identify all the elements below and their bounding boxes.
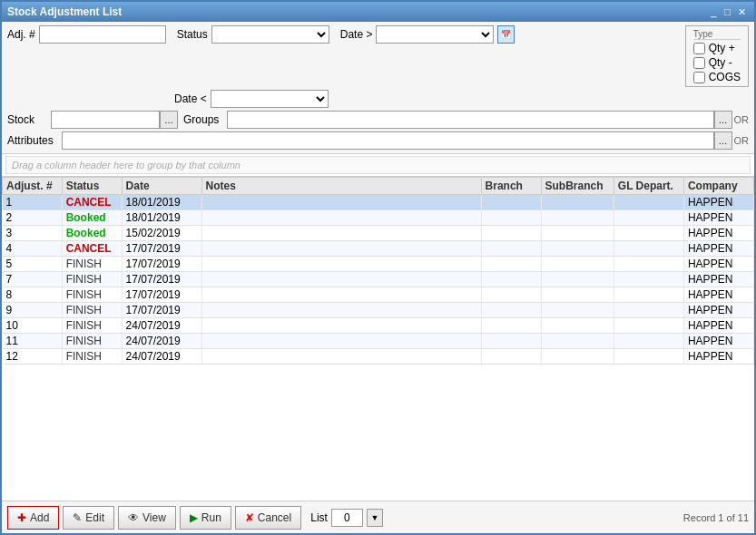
table-row[interactable]: 2 Booked 18/01/2019 HAPPEN (3, 210, 754, 226)
cell-company: HAPPEN (683, 195, 753, 210)
cogs-checkbox[interactable] (693, 72, 705, 83)
cell-branch (481, 241, 541, 257)
attributes-input[interactable] (62, 131, 714, 150)
adj-input[interactable] (39, 25, 166, 44)
cell-id: 4 (3, 241, 63, 257)
cell-notes (201, 349, 481, 365)
table-row[interactable]: 9 FINISH 17/07/2019 HAPPEN (3, 303, 754, 318)
groups-input[interactable] (227, 111, 714, 129)
cell-company: HAPPEN (683, 287, 753, 303)
view-label: View (142, 511, 166, 524)
close-button[interactable]: ✕ (735, 5, 749, 19)
cell-notes (201, 241, 481, 257)
cell-subbranch (541, 349, 614, 365)
date-gt-select[interactable] (376, 25, 494, 44)
cell-branch (481, 272, 541, 287)
table-row[interactable]: 8 FINISH 17/07/2019 HAPPEN (3, 287, 754, 303)
cell-company: HAPPEN (683, 210, 753, 226)
cell-notes (201, 287, 481, 303)
groups-browse-button[interactable]: … (714, 111, 732, 129)
filter-row-1: Adj. # Status Date > 📅 Type (7, 25, 749, 87)
col-status[interactable]: Status (62, 178, 122, 195)
table-row[interactable]: 1 CANCEL 18/01/2019 HAPPEN (3, 195, 754, 210)
cell-subbranch (541, 272, 614, 287)
col-notes[interactable]: Notes (201, 178, 481, 195)
minimize-button[interactable]: ⎯ (708, 5, 720, 19)
table-row[interactable]: 10 FINISH 24/07/2019 HAPPEN (3, 318, 754, 334)
cell-status: CANCEL (62, 241, 122, 257)
status-filter: Status (177, 25, 329, 44)
table-row[interactable]: 4 CANCEL 17/07/2019 HAPPEN (3, 241, 754, 257)
col-adj[interactable]: Adjust. # (3, 178, 63, 195)
attributes-browse-button[interactable]: … (714, 131, 732, 150)
table-row[interactable]: 3 Booked 15/02/2019 HAPPEN (3, 226, 754, 241)
cell-status: Booked (62, 226, 122, 241)
table-container[interactable]: Adjust. # Status Date Notes Branch SubBr… (2, 176, 754, 501)
table-row[interactable]: 11 FINISH 24/07/2019 HAPPEN (3, 334, 754, 349)
maximize-button[interactable]: □ (722, 5, 733, 19)
attributes-input-group: … OR (62, 131, 749, 150)
col-company[interactable]: Company (683, 178, 753, 195)
status-select[interactable] (211, 25, 329, 44)
cell-notes (201, 195, 481, 210)
cell-company: HAPPEN (683, 303, 753, 318)
table-row[interactable]: 7 FINISH 17/07/2019 HAPPEN (3, 272, 754, 287)
cell-gl-depart (614, 287, 683, 303)
col-date[interactable]: Date (122, 178, 201, 195)
view-button[interactable]: 👁 View (118, 506, 176, 530)
date-gt-label: Date > (340, 28, 373, 41)
cell-status: FINISH (62, 272, 122, 287)
add-icon: ✚ (17, 511, 26, 524)
add-button[interactable]: ✚ Add (7, 506, 59, 530)
col-branch[interactable]: Branch (481, 178, 541, 195)
list-label: List (310, 511, 328, 524)
cell-id: 11 (3, 334, 63, 349)
cell-date: 18/01/2019 (122, 195, 201, 210)
table-row[interactable]: 5 FINISH 17/07/2019 HAPPEN (3, 257, 754, 272)
cell-company: HAPPEN (683, 257, 753, 272)
cancel-button[interactable]: ✘ Cancel (235, 506, 301, 530)
run-button[interactable]: ▶ Run (180, 506, 231, 530)
edit-button[interactable]: ✎ Edit (63, 506, 114, 530)
cell-id: 5 (3, 257, 63, 272)
view-icon: 👁 (128, 511, 139, 524)
stock-browse-button[interactable]: … (160, 111, 178, 129)
date-lt-label: Date < (174, 92, 207, 105)
cell-subbranch (541, 195, 614, 210)
groups-or-label: OR (734, 114, 750, 125)
cell-subbranch (541, 287, 614, 303)
stock-input[interactable] (51, 111, 160, 129)
attributes-label: Attributes (7, 134, 56, 147)
cell-gl-depart (614, 226, 683, 241)
qty-minus-checkbox[interactable] (693, 57, 705, 69)
qty-plus-checkbox[interactable] (693, 43, 705, 54)
cell-branch (481, 349, 541, 365)
edit-label: Edit (85, 511, 104, 524)
calendar-button[interactable]: 📅 (497, 25, 515, 44)
run-icon: ▶ (190, 511, 198, 524)
cell-subbranch (541, 226, 614, 241)
window-title: Stock Adjustment List (7, 5, 122, 18)
list-input[interactable] (331, 509, 363, 527)
cell-date: 24/07/2019 (122, 349, 201, 365)
cancel-icon: ✘ (245, 511, 254, 524)
cell-notes (201, 257, 481, 272)
filter-row-2: Date < (174, 90, 749, 108)
stock-label: Stock (7, 113, 45, 126)
cell-gl-depart (614, 195, 683, 210)
cell-date: 15/02/2019 (122, 226, 201, 241)
col-gl-depart[interactable]: GL Depart. (614, 178, 683, 195)
date-lt-select[interactable] (211, 90, 329, 108)
cell-company: HAPPEN (683, 318, 753, 334)
cell-status: CANCEL (62, 195, 122, 210)
cell-gl-depart (614, 257, 683, 272)
cell-gl-depart (614, 303, 683, 318)
cancel-label: Cancel (258, 511, 291, 524)
cogs-row: COGS (693, 71, 741, 83)
cell-branch (481, 303, 541, 318)
title-bar: Stock Adjustment List ⎯ □ ✕ (2, 2, 754, 22)
col-subbranch[interactable]: SubBranch (541, 178, 614, 195)
table-row[interactable]: 12 FINISH 24/07/2019 HAPPEN (3, 349, 754, 365)
list-nav-down[interactable]: ▼ (367, 509, 383, 527)
cell-company: HAPPEN (683, 241, 753, 257)
